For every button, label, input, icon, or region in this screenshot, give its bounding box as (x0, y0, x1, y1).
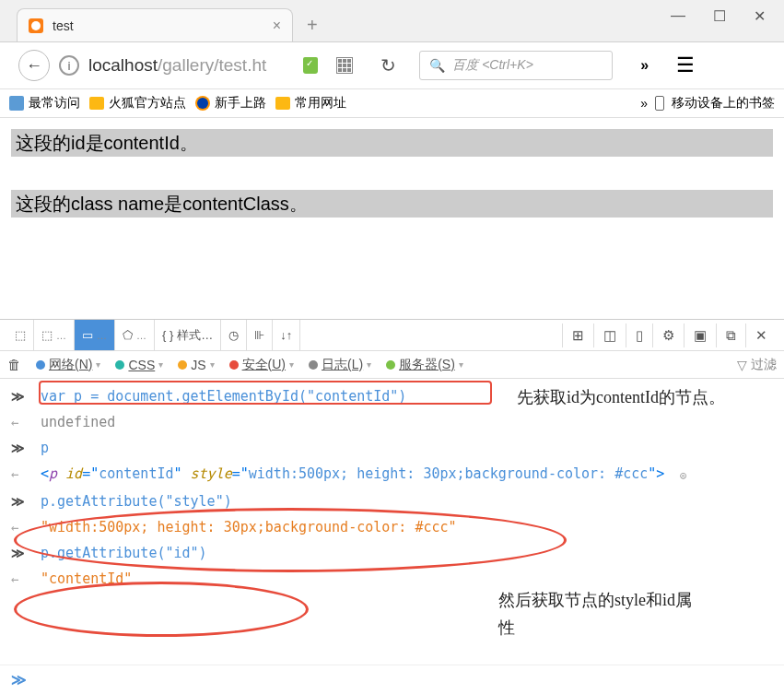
debugger-button[interactable]: ⬠… (115, 320, 155, 350)
bookmark-getting-started[interactable]: 新手上路 (195, 95, 266, 112)
filter-label: 日志(L) (322, 357, 363, 373)
bookmark-bar: 最常访问 火狐官方站点 新手上路 常用网址 » 移动设备上的书签 (0, 89, 784, 118)
bookmark-mobile[interactable]: 移动设备上的书签 (672, 95, 775, 112)
mobile-icon (655, 96, 664, 111)
chevron-down-icon: ▾ (459, 359, 463, 370)
responsive-icon: ⬚ (41, 328, 53, 342)
minimize-button[interactable]: — (671, 7, 685, 25)
target-icon[interactable]: ◎ (680, 469, 686, 481)
styles-button[interactable]: { }样式… (155, 320, 221, 350)
dot-icon (115, 360, 124, 370)
filter-css[interactable]: CSS▾ (108, 358, 170, 372)
devtools-toolbar: ⬚ ⬚… ▭… ⬠… { }样式… ◷ ⊪ ↓↑ ⊞ ◫ ▯ ⚙ ▣ ⧉ ✕ (0, 320, 784, 351)
console-output-line: ← <p id="contentId" style="width:500px; … (11, 464, 773, 486)
bookmark-overflow-icon[interactable]: » (640, 96, 648, 111)
devtools-close-button[interactable]: ✕ (745, 323, 777, 347)
prompt-in-icon: ≫ (11, 438, 29, 458)
bookmark-firefox-site[interactable]: 火狐官方站点 (89, 95, 186, 112)
bookmark-label: 火狐官方站点 (109, 95, 186, 112)
layout-button-2[interactable]: ◫ (593, 323, 626, 347)
prompt-in-icon: ≫ (11, 491, 29, 512)
firefox-icon (195, 96, 210, 111)
network-button[interactable]: ↓↑ (273, 320, 300, 350)
browser-tab[interactable]: test × (17, 8, 293, 41)
clear-console-button[interactable]: 🗑 (7, 357, 21, 372)
filter-label: 安全(U) (242, 357, 286, 373)
braces-icon: { } (162, 328, 173, 342)
annotation-box-1 (39, 381, 492, 405)
dots: … (56, 330, 66, 341)
search-icon: 🔍 (429, 58, 445, 73)
dock-button[interactable]: ▣ (684, 323, 716, 347)
layout-button-1[interactable]: ⊞ (562, 323, 593, 347)
console-input-prompt[interactable]: ≫ (0, 665, 784, 694)
funnel-icon: ▽ (737, 358, 747, 372)
folder-icon (275, 97, 290, 110)
window-controls: — ☐ ✕ (652, 0, 784, 32)
responsive-button[interactable]: ⬚… (34, 320, 75, 350)
dot-icon (229, 360, 239, 370)
filter-network[interactable]: 网络(N)▾ (29, 357, 108, 373)
layout-button-3[interactable]: ▯ (626, 323, 652, 347)
tab-title: test (53, 18, 263, 33)
filter-js[interactable]: JS▾ (170, 358, 221, 372)
console-output: 先获取id为contentId的节点。 然后获取节点的style和id属性 ≫ … (0, 379, 784, 665)
filter-label: 服务器(S) (399, 357, 455, 373)
bookmark-label: 新手上路 (215, 95, 266, 112)
console-tab[interactable]: ▭… (75, 320, 115, 350)
bookmark-frequent[interactable]: 最常访问 (9, 95, 80, 112)
dot-icon (178, 360, 187, 370)
maximize-button[interactable]: ☐ (713, 7, 726, 25)
perf-button[interactable]: ◷ (221, 320, 247, 350)
url-bar[interactable]: localhost/gallery/test.ht (88, 55, 266, 76)
inspector-button[interactable]: ⬚ (7, 320, 34, 350)
filter-search[interactable]: ▽过滤 (737, 357, 777, 373)
search-box[interactable]: 🔍 百度 <Ctrl+K> (419, 51, 613, 80)
console-result: undefined (41, 412, 115, 432)
popout-button[interactable]: ⧉ (716, 323, 745, 347)
filter-server[interactable]: 服务器(S)▾ (379, 357, 471, 373)
shield-icon[interactable] (303, 57, 318, 74)
console-element-result[interactable]: <p id="contentId" style="width:500px; he… (41, 464, 686, 486)
console-filter-bar: 🗑 网络(N)▾ CSS▾ JS▾ 安全(U)▾ 日志(L)▾ 服务器(S)▾ … (0, 351, 784, 379)
inspector-icon: ⬚ (15, 328, 26, 342)
filter-log[interactable]: 日志(L)▾ (301, 357, 379, 373)
site-info-icon[interactable]: i (59, 55, 79, 76)
chevron-down-icon: ▾ (367, 359, 371, 370)
annotation-ellipse-1 (14, 508, 567, 572)
dots: … (97, 330, 107, 341)
page-content: 这段的id是contentId。 这段的class name是contentCl… (0, 118, 784, 229)
new-tab-button[interactable]: + (307, 15, 318, 41)
search-placeholder: 百度 <Ctrl+K> (452, 57, 533, 74)
devtools-panel: ⬚ ⬚… ▭… ⬠… { }样式… ◷ ⊪ ↓↑ ⊞ ◫ ▯ ⚙ ▣ ⧉ ✕ 🗑… (0, 319, 784, 694)
filter-label: 过滤 (751, 357, 777, 373)
memory-button[interactable]: ⊪ (247, 320, 273, 350)
nav-bar: ← i localhost/gallery/test.ht ↻ 🔍 百度 <Ct… (0, 42, 784, 89)
paragraph-contentid: 这段的id是contentId。 (11, 129, 773, 157)
qr-icon[interactable] (336, 57, 353, 74)
filter-label: 网络(N) (49, 357, 92, 373)
chevron-down-icon: ▾ (210, 359, 215, 370)
bookmark-icon (9, 96, 24, 111)
folder-icon (89, 97, 104, 110)
console-code: p.getAttribute("style") (41, 491, 232, 512)
bookmark-label: 最常访问 (29, 95, 80, 112)
url-path: /gallery/test.ht (158, 55, 266, 76)
settings-button[interactable]: ⚙ (652, 323, 684, 347)
close-button[interactable]: ✕ (754, 7, 766, 25)
filter-label: CSS (128, 358, 155, 372)
tab-close-icon[interactable]: × (273, 18, 281, 34)
overflow-icon[interactable]: » (640, 57, 649, 74)
bookmark-common[interactable]: 常用网址 (275, 95, 346, 112)
back-button[interactable]: ← (18, 50, 50, 81)
menu-icon[interactable]: ☰ (676, 53, 695, 77)
dot-icon (309, 360, 318, 370)
filter-security[interactable]: 安全(U)▾ (222, 357, 301, 373)
dot-icon (386, 360, 395, 370)
bookmark-label: 常用网址 (295, 95, 346, 112)
annotation-text-2: 然后获取节点的style和id属性 (498, 586, 701, 641)
chevron-down-icon: ▾ (289, 359, 294, 370)
refresh-button[interactable]: ↻ (380, 54, 396, 76)
filter-label: JS (191, 358, 205, 372)
url-host: localhost (88, 55, 158, 76)
